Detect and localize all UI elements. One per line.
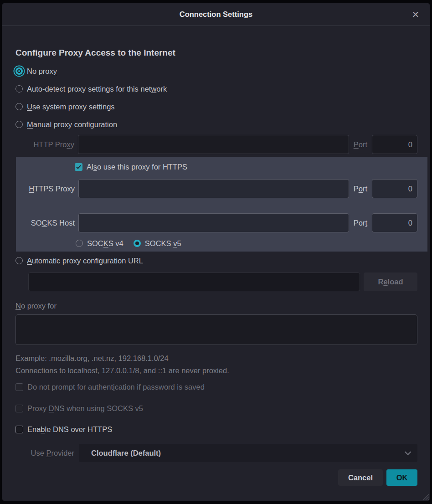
https-port-input[interactable] — [372, 179, 417, 198]
highlight-band: Also use this proxy for HTTPS HTTPS Prox… — [16, 157, 427, 252]
http-proxy-input[interactable] — [78, 135, 349, 154]
close-icon: ✕ — [412, 9, 420, 20]
checkbox-proxy-dns[interactable]: Proxy DNS when using SOCKS v5 — [15, 403, 417, 414]
label-post: rovider — [51, 449, 74, 457]
radio-auto-config-url[interactable]: Automatic proxy configuration URL — [15, 255, 417, 266]
checkbox-unchecked-icon[interactable] — [15, 426, 23, 433]
access-key: w — [151, 85, 156, 93]
auto-config-url-input[interactable] — [28, 273, 360, 291]
dialog-title: Connection Settings — [180, 10, 252, 19]
checkbox-unchecked-icon[interactable] — [15, 383, 23, 391]
checkbox-no-prompt-auth-label: Do not prompt for authentication if pass… — [27, 383, 205, 391]
socks-host-input[interactable] — [78, 213, 349, 232]
radio-socks-v4-label: SOCKS v4 — [87, 239, 123, 248]
access-key: M — [27, 120, 33, 129]
no-proxy-for-textarea[interactable] — [15, 314, 417, 345]
radio-auto-detect-label: Auto-detect proxy settings for this netw… — [27, 85, 167, 93]
checkbox-also-https[interactable]: Also use this proxy for HTTPS — [75, 161, 417, 172]
connection-settings-dialog: Connection Settings ✕ Configure Proxy Ac… — [2, 3, 430, 501]
label-post: o use this proxy for HTTPS — [97, 163, 187, 171]
access-key: P — [46, 449, 51, 457]
radio-system-proxy[interactable]: Use system proxy settings — [15, 101, 417, 112]
auto-config-url-row: Reload — [28, 273, 417, 291]
label-post: ort — [359, 140, 367, 149]
dialog-content: Configure Proxy Access to the Internet N… — [2, 47, 430, 486]
radio-socks-v4[interactable]: SOCKS v4 — [76, 238, 123, 249]
http-port-label: Port — [354, 140, 367, 149]
radio-selected-icon[interactable] — [134, 240, 141, 247]
socks-host-label: SOCKS Host — [16, 219, 75, 227]
socks-port-label: Port — [354, 219, 367, 227]
checkbox-checked-icon[interactable] — [75, 163, 82, 171]
label-post: rt — [363, 185, 367, 193]
label-post: ork — [156, 85, 167, 93]
http-port-input[interactable] — [372, 135, 417, 154]
label-post: o proxy for — [21, 302, 57, 310]
radio-socks-v5-label: SOCKS v5 — [145, 239, 181, 248]
cancel-button[interactable]: Cancel — [338, 469, 383, 486]
reload-button[interactable]: Reload — [364, 273, 417, 291]
no-proxy-for-label: No proxy for — [15, 300, 417, 311]
radio-socks-v5[interactable]: SOCKS v5 — [134, 238, 181, 249]
checkbox-also-https-label: Also use this proxy for HTTPS — [87, 163, 187, 171]
label-post: y — [71, 140, 74, 149]
access-key: A — [27, 257, 32, 265]
example-text: Example: .mozilla.org, .net.nz, 192.168.… — [15, 353, 417, 364]
access-key: C — [42, 219, 47, 227]
access-key: P — [354, 140, 359, 149]
checkbox-no-prompt-auth[interactable]: Do not prompt for authentication if pass… — [15, 381, 417, 392]
checkmark-icon — [76, 165, 81, 169]
https-proxy-input[interactable] — [78, 179, 349, 198]
localhost-note: Connections to localhost, 127.0.0.1/8, a… — [15, 365, 417, 376]
access-key: e — [383, 278, 387, 286]
label-post: TTPS Proxy — [34, 185, 75, 193]
chevron-down-icon — [405, 449, 411, 455]
resize-grip[interactable] — [421, 492, 429, 500]
radio-manual-proxy[interactable]: Manual proxy configuration — [15, 119, 417, 130]
label-pre: Auto-detect proxy settings for this net — [27, 85, 151, 93]
radio-unselected-icon[interactable] — [15, 103, 23, 110]
label-pre: Al — [87, 163, 93, 171]
action-buttons: Cancel OK — [15, 469, 417, 486]
https-proxy-label: HTTPS Proxy — [16, 185, 75, 193]
radio-selected-icon[interactable] — [15, 67, 23, 75]
label-post: anual proxy configuration — [33, 120, 117, 129]
provider-label: Use Provider — [15, 449, 74, 458]
socks-port-input[interactable] — [372, 213, 417, 232]
access-key: H — [29, 185, 34, 193]
checkbox-unchecked-icon[interactable] — [15, 405, 23, 412]
http-proxy-label: HTTP Proxy — [15, 140, 74, 149]
provider-dropdown[interactable]: Cloudflare (Default) — [79, 444, 417, 462]
label-pre: Ena — [27, 425, 41, 433]
radio-no-proxy[interactable]: No proxy — [15, 66, 417, 77]
close-button[interactable]: ✕ — [407, 3, 424, 26]
checkbox-enable-doh[interactable]: Enable DNS over HTTPS — [15, 424, 417, 435]
label-pre: Proxy — [27, 404, 49, 412]
access-key: x — [67, 140, 71, 149]
radio-auto-detect[interactable]: Auto-detect proxy settings for this netw… — [15, 83, 417, 94]
access-key: o — [359, 185, 363, 193]
radio-unselected-icon[interactable] — [76, 240, 83, 247]
provider-selected-value: Cloudflare (Default) — [91, 449, 405, 458]
label-post: le DNS over HTTPS — [45, 425, 113, 433]
label-pre: SOC — [87, 239, 103, 247]
label-post: cation if password is saved — [115, 383, 205, 391]
label-pre: HTTP Pro — [33, 140, 67, 149]
radio-unselected-icon[interactable] — [15, 257, 23, 264]
radio-manual-proxy-label: Manual proxy configuration — [27, 120, 117, 129]
label-pre: SOCKS — [145, 239, 173, 247]
access-key: y — [53, 67, 57, 75]
label-pre: R — [378, 278, 383, 286]
radio-unselected-icon[interactable] — [15, 121, 23, 128]
label-post: 5 — [177, 239, 181, 247]
label-pre: Do not prompt for authent — [27, 383, 113, 391]
checkbox-enable-doh-label: Enable DNS over HTTPS — [27, 425, 112, 434]
section-heading: Configure Proxy Access to the Internet — [15, 47, 417, 59]
radio-unselected-icon[interactable] — [15, 85, 23, 93]
label-pre: No prox — [27, 67, 53, 75]
socks-version-group: SOCKS v4 SOCKS v5 — [76, 238, 417, 249]
https-port-label: Port — [354, 185, 367, 193]
radio-system-proxy-label: Use system proxy settings — [27, 103, 115, 111]
ok-button[interactable]: OK — [386, 469, 417, 486]
radio-auto-config-url-label: Automatic proxy configuration URL — [27, 257, 143, 265]
